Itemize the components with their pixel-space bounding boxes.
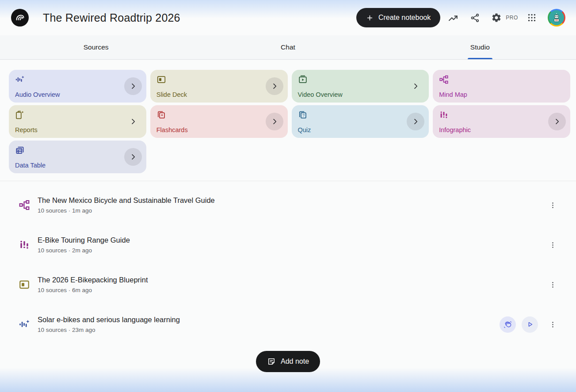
apps-menu-button[interactable]	[523, 9, 541, 27]
open-tool-chevron[interactable]	[548, 113, 566, 130]
kebab-menu-icon	[549, 281, 557, 289]
more-options-button[interactable]	[546, 198, 559, 212]
infographic-icon	[19, 239, 30, 251]
tool-label: Slide Deck	[156, 91, 282, 98]
avatar-image	[549, 10, 564, 25]
more-options-button[interactable]	[546, 278, 559, 291]
artifact-row-audio-overview[interactable]: Solar e-bikes and serious language learn…	[0, 304, 576, 344]
settings-button[interactable]	[488, 9, 505, 27]
artifact-title: The 2026 E-Bikepacking Blueprint	[38, 276, 148, 284]
open-tool-chevron[interactable]	[407, 77, 424, 95]
artifact-meta: 10 sources · 1m ago	[38, 207, 215, 214]
tab-chat[interactable]: Chat	[192, 35, 384, 59]
panel-tabs: Sources Chat Studio	[0, 35, 576, 60]
logo-arcs-icon	[15, 12, 25, 23]
tool-card-video-overview[interactable]: Video Overview	[292, 70, 429, 103]
share-button[interactable]	[466, 9, 484, 27]
reports-icon	[15, 110, 25, 120]
mind-map-icon	[439, 75, 449, 84]
tool-label: Video Overview	[298, 91, 423, 98]
studio-tools-grid: Audio Overview Slide Deck Video Overview…	[9, 70, 570, 173]
tool-card-reports[interactable]: Reports	[9, 105, 146, 138]
open-tool-chevron[interactable]	[407, 113, 424, 130]
artifact-text: E-Bike Touring Range Guide 10 sources · …	[38, 236, 130, 254]
settings-gear-icon	[491, 12, 502, 23]
tool-card-mind-map[interactable]: Mind Map	[433, 70, 570, 103]
open-tool-chevron[interactable]	[124, 77, 142, 95]
artifact-actions	[544, 238, 559, 251]
open-tool-chevron[interactable]	[266, 113, 283, 130]
tool-card-audio-overview[interactable]: Audio Overview	[9, 70, 146, 103]
chevron-right-icon	[270, 82, 279, 91]
mind-map-icon	[19, 199, 30, 211]
tool-card-data-table[interactable]: Data Table	[9, 141, 146, 173]
chevron-right-icon	[270, 117, 279, 126]
tool-label: Reports	[15, 126, 140, 133]
flashcards-icon	[156, 110, 166, 120]
slide-deck-icon	[156, 75, 166, 84]
play-button[interactable]	[522, 316, 538, 333]
tab-studio-label: Studio	[470, 43, 490, 51]
trending-up-icon	[448, 12, 459, 23]
video-overview-icon	[298, 75, 308, 84]
open-tool-chevron[interactable]	[124, 113, 142, 130]
artifact-meta: 10 sources · 23m ago	[38, 327, 180, 333]
apps-grid-icon	[527, 13, 537, 23]
artifact-row-infographic[interactable]: E-Bike Touring Range Guide 10 sources · …	[0, 225, 576, 265]
more-options-button[interactable]	[546, 238, 559, 251]
play-icon	[526, 320, 534, 328]
header-actions: Create notebook PRO	[356, 8, 565, 27]
chevron-right-icon	[411, 82, 420, 91]
tool-card-infographic[interactable]: Infographic	[433, 105, 570, 138]
data-table-icon	[15, 145, 25, 155]
tool-card-quiz[interactable]: ? Quiz	[292, 105, 429, 138]
artifact-text: Solar e-bikes and serious language learn…	[38, 316, 180, 333]
more-options-button[interactable]	[546, 318, 559, 331]
artifact-list: The New Mexico Bicycle and Sustainable T…	[0, 181, 576, 344]
analytics-button[interactable]	[444, 9, 462, 27]
create-notebook-button[interactable]: Create notebook	[356, 8, 440, 27]
audio-overview-icon	[19, 319, 30, 330]
chevron-right-icon	[129, 117, 137, 126]
tool-label: Quiz	[298, 126, 423, 133]
kebab-menu-icon	[549, 321, 557, 328]
tab-chat-label: Chat	[281, 43, 295, 51]
tool-label: Flashcards	[156, 126, 282, 133]
artifact-meta: 10 sources · 2m ago	[38, 247, 130, 254]
slide-deck-icon	[19, 279, 30, 290]
quiz-icon: ?	[298, 110, 308, 120]
add-note-button[interactable]: Add note	[256, 351, 320, 372]
artifact-title: The New Mexico Bicycle and Sustainable T…	[38, 196, 215, 205]
notebook-title[interactable]: The Rewired Roadtrip 2026	[43, 11, 180, 24]
chevron-right-icon	[411, 117, 420, 126]
artifact-actions	[500, 316, 559, 333]
artifact-row-slide-deck[interactable]: The 2026 E-Bikepacking Blueprint 10 sour…	[0, 265, 576, 304]
chevron-right-icon	[553, 117, 561, 126]
audio-overview-icon	[15, 75, 25, 84]
active-tab-indicator	[468, 58, 492, 59]
note-icon	[267, 357, 276, 366]
tool-card-slide-deck[interactable]: Slide Deck	[150, 70, 288, 103]
chevron-right-icon	[129, 82, 137, 91]
add-note-container: Add note	[0, 351, 576, 372]
svg-text:?: ?	[302, 113, 304, 118]
plus-icon	[366, 14, 374, 22]
artifact-text: The New Mexico Bicycle and Sustainable T…	[38, 196, 215, 214]
notebooklm-logo[interactable]	[11, 9, 29, 27]
open-tool-chevron[interactable]	[266, 77, 283, 95]
tab-sources[interactable]: Sources	[0, 35, 192, 59]
add-note-label: Add note	[281, 358, 309, 365]
tab-sources-label: Sources	[84, 43, 109, 51]
artifact-text: The 2026 E-Bikepacking Blueprint 10 sour…	[38, 276, 148, 293]
open-tool-chevron[interactable]	[124, 148, 142, 166]
interactive-mode-button[interactable]	[500, 316, 516, 333]
artifact-row-mind-map[interactable]: The New Mexico Bicycle and Sustainable T…	[0, 185, 576, 225]
artifact-title: E-Bike Touring Range Guide	[38, 236, 130, 244]
kebab-menu-icon	[549, 241, 557, 249]
tab-studio[interactable]: Studio	[384, 35, 576, 59]
robot-avatar-icon	[552, 13, 561, 23]
tool-card-flashcards[interactable]: Flashcards	[150, 105, 288, 138]
app-header: The Rewired Roadtrip 2026 Create noteboo…	[0, 0, 576, 35]
artifact-title: Solar e-bikes and serious language learn…	[38, 316, 180, 324]
account-avatar[interactable]	[548, 9, 565, 27]
